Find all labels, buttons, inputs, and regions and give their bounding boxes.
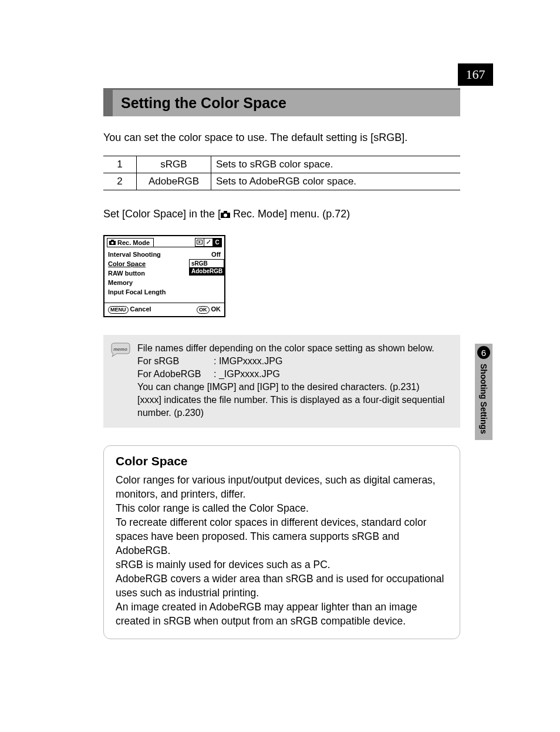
memo-line: [xxxx] indicates the file number. This i… [137, 394, 450, 419]
section-title: Setting the Color Space [121, 90, 286, 116]
memo-line: You can change [IMGP] and [IGP] to the d… [137, 381, 450, 394]
instruction-pre: Set [Color Space] in the [ [103, 208, 221, 220]
lcd-dropdown-option: sRGB [190, 260, 224, 267]
chapter-side-tab: 6 Shooting Settings [475, 344, 492, 440]
memo-kv-row: For sRGB : IMGPxxxx.JPG [137, 355, 450, 368]
lcd-dropdown-option-selected: AdobeRGB [190, 267, 224, 275]
info-paragraph: To recreate different color spaces in di… [116, 515, 448, 558]
lcd-item-label: Memory [108, 278, 133, 287]
chapter-title: Shooting Settings [479, 364, 488, 434]
camera-icon [109, 239, 116, 246]
menu-button-icon: MENU [108, 306, 129, 314]
lcd-tab-setup-icon [204, 239, 212, 246]
row-name: AdobeRGB [137, 173, 211, 190]
lcd-tab-play-icon [195, 239, 204, 246]
lcd-item-value: Off [211, 250, 221, 259]
info-paragraph: Color ranges for various input/output de… [116, 473, 448, 501]
svg-point-5 [112, 241, 114, 244]
instruction-post: Rec. Mode] menu. (p.72) [230, 208, 350, 220]
lcd-item-label: Interval Shooting [108, 250, 161, 259]
lcd-other-tabs: C [195, 238, 222, 247]
info-box: Color Space Color ranges for various inp… [103, 445, 460, 639]
row-number: 2 [103, 173, 137, 190]
lcd-item-label: RAW button [108, 268, 145, 278]
svg-rect-1 [224, 211, 227, 213]
memo-box: memo File names differ depending on the … [103, 335, 460, 428]
intro-text: You can set the color space to use. The … [103, 132, 460, 144]
memo-icon: memo [103, 342, 137, 360]
info-box-title: Color Space [116, 454, 448, 468]
lcd-menu-item: Interval Shooting Off [108, 250, 221, 259]
settings-table: 1 sRGB Sets to sRGB color space. 2 Adobe… [103, 156, 460, 190]
chapter-number-badge: 6 [477, 346, 490, 359]
lcd-body: Interval Shooting Off Color Space ◀sRGB … [104, 247, 224, 303]
row-name: sRGB [137, 156, 211, 173]
info-paragraph: An image created in AdobeRGB may appear … [116, 600, 448, 628]
row-desc: Sets to AdobeRGB color space. [211, 173, 461, 190]
lcd-menu-item: Input Focal Length [108, 287, 221, 297]
memo-line: File names differ depending on the color… [137, 342, 450, 355]
memo-text: File names differ depending on the color… [137, 342, 450, 419]
lcd-menu-item: Memory [108, 278, 221, 287]
lcd-dropdown: sRGB AdobeRGB [189, 259, 224, 276]
memo-kv-row: For AdobeRGB : _IGPxxxx.JPG [137, 368, 450, 381]
svg-rect-4 [111, 240, 114, 241]
row-desc: Sets to sRGB color space. [211, 156, 461, 173]
lcd-header: Rec. Mode C [104, 236, 224, 247]
section-heading: Setting the Color Space [103, 88, 460, 116]
lcd-footer-left: MENUCancel [108, 305, 151, 314]
table-row: 2 AdobeRGB Sets to AdobeRGB color space. [103, 173, 460, 190]
lcd-footer: MENUCancel OKOK [104, 303, 224, 316]
lcd-footer-right: OKOK [197, 305, 221, 314]
row-number: 1 [103, 156, 137, 173]
instruction-text: Set [Color Space] in the [ Rec. Mode] me… [103, 208, 460, 221]
lcd-screenshot: Rec. Mode C Interval Shooting Off Color … [103, 235, 225, 317]
page-content: Setting the Color Space You can set the … [103, 88, 460, 639]
page-number: 167 [458, 63, 493, 86]
ok-button-icon: OK [197, 306, 210, 314]
heading-accent-bar [103, 90, 113, 116]
info-paragraph: AdobeRGB covers a wider area than sRGB a… [116, 572, 448, 600]
lcd-tab-title: Rec. Mode [117, 239, 150, 246]
lcd-item-label: Input Focal Length [108, 287, 166, 297]
info-paragraph: This color range is called the Color Spa… [116, 501, 448, 515]
table-row: 1 sRGB Sets to sRGB color space. [103, 156, 460, 173]
lcd-tab-custom: C [212, 239, 221, 246]
lcd-active-tab: Rec. Mode [107, 238, 154, 247]
svg-text:memo: memo [113, 347, 127, 352]
info-paragraph: sRGB is mainly used for devices such as … [116, 558, 448, 572]
svg-point-2 [224, 213, 227, 217]
camera-icon [221, 209, 230, 221]
lcd-item-label: Color Space [108, 259, 146, 268]
svg-marker-7 [199, 241, 201, 243]
